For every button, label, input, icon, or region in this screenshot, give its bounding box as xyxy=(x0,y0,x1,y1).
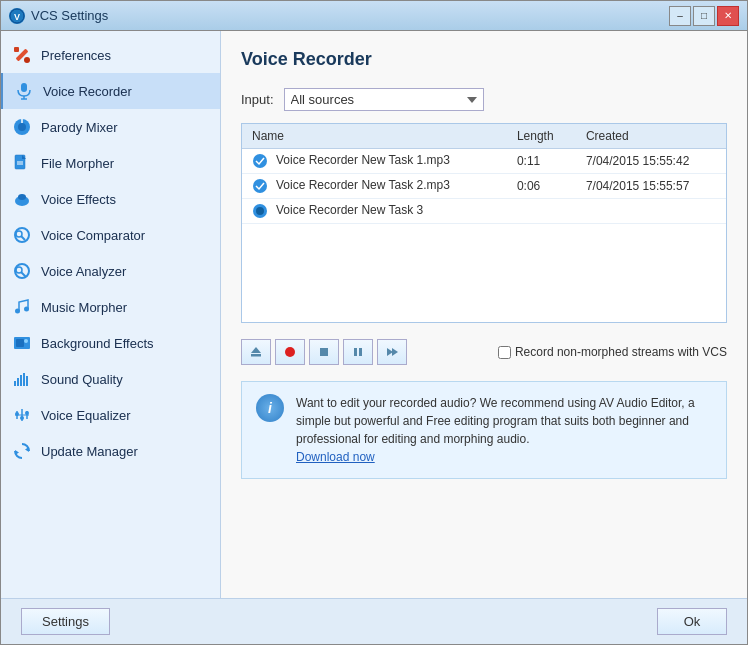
title-bar-left: V VCS Settings xyxy=(9,8,108,24)
info-icon: i xyxy=(256,394,284,422)
download-link[interactable]: Download now xyxy=(296,450,375,464)
sidebar-item-voice-effects[interactable]: Voice Effects xyxy=(1,181,220,217)
settings-button[interactable]: Settings xyxy=(21,608,110,635)
svg-marker-40 xyxy=(15,450,19,455)
table-row[interactable]: Voice Recorder New Task 3 xyxy=(242,199,726,224)
restore-button[interactable]: □ xyxy=(693,6,715,26)
sidebar-item-background-effects[interactable]: Background Effects xyxy=(1,325,220,361)
col-length: Length xyxy=(507,124,576,149)
svg-point-9 xyxy=(18,123,26,131)
input-select[interactable]: All sources Microphone Line In Stereo Mi… xyxy=(284,88,484,111)
cell-name: Voice Recorder New Task 1.mp3 xyxy=(242,149,507,174)
svg-point-23 xyxy=(24,307,29,312)
sidebar: Preferences Voice Recorder xyxy=(1,31,221,598)
svg-text:V: V xyxy=(14,12,20,22)
content-area: Voice Recorder Input: All sources Microp… xyxy=(221,31,747,598)
table-row[interactable]: Voice Recorder New Task 1.mp30:117/04/20… xyxy=(242,149,726,174)
svg-point-38 xyxy=(25,411,29,415)
svg-rect-31 xyxy=(26,376,28,386)
eject-button[interactable] xyxy=(241,339,271,365)
svg-point-34 xyxy=(15,412,19,416)
svg-point-42 xyxy=(253,179,267,193)
svg-line-18 xyxy=(21,236,25,240)
app-icon: V xyxy=(9,8,25,24)
recordings-table-container: Name Length Created Voice Recorder New T… xyxy=(241,123,727,323)
title-bar: V VCS Settings – □ ✕ xyxy=(1,1,747,31)
svg-point-26 xyxy=(24,339,28,343)
svg-point-36 xyxy=(20,416,24,420)
toolbar-right: Record non-morphed streams with VCS xyxy=(498,345,727,359)
cell-created: 7/04/2015 15:55:42 xyxy=(576,149,726,174)
table-header-row: Name Length Created xyxy=(242,124,726,149)
sidebar-item-preferences[interactable]: Preferences xyxy=(1,37,220,73)
cell-length: 0:11 xyxy=(507,149,576,174)
svg-rect-30 xyxy=(23,373,25,386)
svg-point-47 xyxy=(285,347,295,357)
svg-rect-3 xyxy=(14,47,19,52)
sidebar-item-update-manager[interactable]: Update Manager xyxy=(1,433,220,469)
col-created: Created xyxy=(576,124,726,149)
equalizer-icon xyxy=(11,404,33,426)
sidebar-label-parody-mixer: Parody Mixer xyxy=(41,120,118,135)
forward-button[interactable] xyxy=(377,339,407,365)
input-row: Input: All sources Microphone Line In St… xyxy=(241,88,727,111)
sidebar-label-sound-quality: Sound Quality xyxy=(41,372,123,387)
sidebar-label-voice-analyzer: Voice Analyzer xyxy=(41,264,126,279)
input-label: Input: xyxy=(241,92,274,107)
sidebar-label-background-effects: Background Effects xyxy=(41,336,154,351)
main-area: Preferences Voice Recorder xyxy=(1,31,747,598)
cell-created xyxy=(576,199,726,224)
svg-rect-5 xyxy=(21,83,27,92)
ok-button[interactable]: Ok xyxy=(657,608,727,635)
col-name: Name xyxy=(242,124,507,149)
sidebar-label-voice-effects: Voice Effects xyxy=(41,192,116,207)
svg-rect-29 xyxy=(20,375,22,386)
svg-rect-50 xyxy=(359,348,362,356)
sidebar-item-voice-recorder[interactable]: Voice Recorder xyxy=(1,73,220,109)
recordings-table: Name Length Created Voice Recorder New T… xyxy=(242,124,726,224)
sidebar-item-voice-equalizer[interactable]: Voice Equalizer xyxy=(1,397,220,433)
sidebar-label-preferences: Preferences xyxy=(41,48,111,63)
info-description: Want to edit your recorded audio? We rec… xyxy=(296,396,695,446)
svg-point-41 xyxy=(253,154,267,168)
sidebar-item-file-morpher[interactable]: File Morpher xyxy=(1,145,220,181)
stop-button[interactable] xyxy=(309,339,339,365)
svg-rect-46 xyxy=(251,354,261,357)
svg-point-4 xyxy=(24,57,30,63)
sidebar-label-file-morpher: File Morpher xyxy=(41,156,114,171)
sidebar-label-update-manager: Update Manager xyxy=(41,444,138,459)
svg-point-22 xyxy=(15,309,20,314)
sidebar-label-music-morpher: Music Morpher xyxy=(41,300,127,315)
recording-toolbar: Record non-morphed streams with VCS xyxy=(241,335,727,369)
comparator-icon xyxy=(11,224,33,246)
sidebar-item-parody-mixer[interactable]: Parody Mixer xyxy=(1,109,220,145)
sidebar-item-voice-analyzer[interactable]: Voice Analyzer xyxy=(1,253,220,289)
sidebar-item-voice-comparator[interactable]: Voice Comparator xyxy=(1,217,220,253)
pause-button[interactable] xyxy=(343,339,373,365)
svg-point-15 xyxy=(18,194,26,200)
svg-marker-45 xyxy=(251,347,261,353)
close-button[interactable]: ✕ xyxy=(717,6,739,26)
record-button[interactable] xyxy=(275,339,305,365)
footer: Settings Ok xyxy=(1,598,747,644)
minimize-button[interactable]: – xyxy=(669,6,691,26)
wrench-icon xyxy=(11,44,33,66)
record-checkbox-label[interactable]: Record non-morphed streams with VCS xyxy=(498,345,727,359)
sidebar-label-voice-equalizer: Voice Equalizer xyxy=(41,408,131,423)
svg-rect-27 xyxy=(14,381,16,386)
cell-name: Voice Recorder New Task 2.mp3 xyxy=(242,174,507,199)
svg-point-44 xyxy=(256,207,264,215)
sidebar-item-sound-quality[interactable]: Sound Quality xyxy=(1,361,220,397)
svg-line-21 xyxy=(21,272,26,277)
cell-length: 0:06 xyxy=(507,174,576,199)
microphone-icon xyxy=(13,80,35,102)
svg-rect-25 xyxy=(16,339,24,347)
sidebar-item-music-morpher[interactable]: Music Morpher xyxy=(1,289,220,325)
info-box: i Want to edit your recorded audio? We r… xyxy=(241,381,727,479)
music-icon xyxy=(11,296,33,318)
record-checkbox[interactable] xyxy=(498,346,511,359)
svg-rect-28 xyxy=(17,378,19,386)
page-title: Voice Recorder xyxy=(241,49,727,70)
table-row[interactable]: Voice Recorder New Task 2.mp30:067/04/20… xyxy=(242,174,726,199)
svg-marker-39 xyxy=(25,447,29,452)
